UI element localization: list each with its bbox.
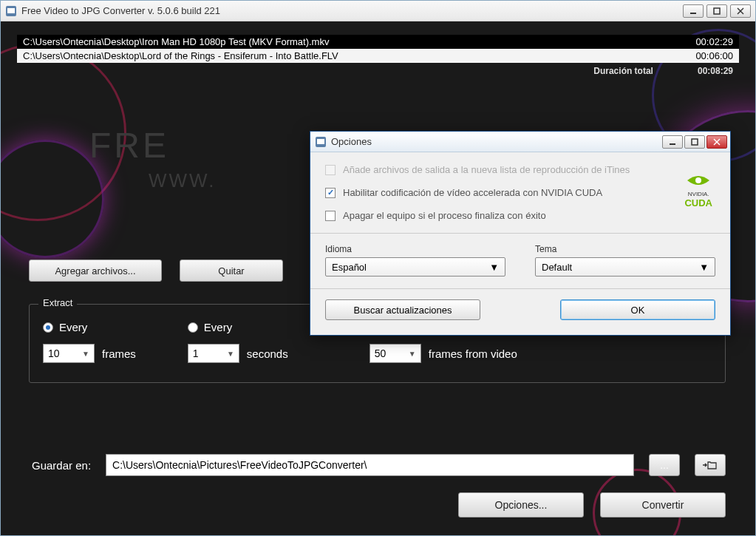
options-dialog: Opciones Añade archivos de salida a la n… bbox=[310, 131, 731, 336]
check-updates-button[interactable]: Buscar actualizaciones bbox=[325, 299, 480, 320]
open-folder-button[interactable] bbox=[695, 454, 726, 476]
dialog-title: Opciones bbox=[331, 136, 662, 147]
itunes-checkbox bbox=[325, 165, 336, 175]
file-path: C:\Users\Ontecnia\Desktop\Iron Man HD 10… bbox=[23, 36, 329, 47]
svg-rect-1 bbox=[7, 8, 15, 13]
dialog-titlebar[interactable]: Opciones bbox=[310, 132, 730, 152]
main-window: Free Video to JPG Converter v. 5.0.6 bui… bbox=[0, 0, 756, 536]
language-label: Idioma bbox=[325, 244, 505, 254]
add-files-button[interactable]: Agregar archivos... bbox=[29, 259, 162, 282]
file-path: C:\Users\Ontecnia\Desktop\Lord of the Ri… bbox=[23, 50, 338, 61]
total-label: Duración total bbox=[593, 66, 653, 76]
seconds-combo[interactable]: 1▼ bbox=[188, 344, 239, 363]
dialog-minimize-button[interactable] bbox=[662, 135, 683, 149]
theme-combo[interactable]: Default▼ bbox=[535, 257, 715, 277]
bg-watermark: FRE bbox=[89, 125, 169, 166]
shutdown-label: Apagar el equipo si el proceso finaliza … bbox=[343, 210, 546, 221]
svg-rect-3 bbox=[714, 8, 720, 14]
itunes-label: Añade archivos de salida a la nueva list… bbox=[343, 164, 630, 175]
language-combo[interactable]: Español▼ bbox=[325, 257, 505, 277]
bg-watermark-sub: WWW. bbox=[149, 169, 216, 192]
file-list: C:\Users\Ontecnia\Desktop\Iron Man HD 10… bbox=[17, 35, 739, 79]
total-frames-unit: frames from video bbox=[429, 347, 517, 360]
main-titlebar[interactable]: Free Video to JPG Converter v. 5.0.6 bui… bbox=[1, 1, 755, 21]
svg-rect-7 bbox=[317, 139, 324, 144]
browse-button[interactable]: ... bbox=[649, 454, 680, 476]
dialog-close-button[interactable] bbox=[706, 135, 727, 149]
file-duration: 00:06:00 bbox=[695, 50, 733, 61]
extract-legend: Extract bbox=[38, 297, 77, 308]
total-duration-row: Duración total 00:08:29 bbox=[17, 63, 739, 79]
every-seconds-radio[interactable] bbox=[188, 322, 198, 333]
dialog-maximize-button[interactable] bbox=[684, 135, 705, 149]
dialog-icon bbox=[315, 136, 327, 148]
minimize-button[interactable] bbox=[683, 4, 704, 18]
ok-button[interactable]: OK bbox=[560, 299, 715, 320]
file-row[interactable]: C:\Users\Ontecnia\Desktop\Iron Man HD 10… bbox=[17, 35, 739, 49]
close-button[interactable] bbox=[730, 4, 751, 18]
app-icon bbox=[5, 5, 17, 17]
frames-combo[interactable]: 10▼ bbox=[43, 344, 95, 363]
window-title: Free Video to JPG Converter v. 5.0.6 bui… bbox=[21, 5, 683, 16]
svg-rect-9 bbox=[692, 139, 698, 145]
save-label: Guardar en: bbox=[32, 459, 91, 472]
svg-point-12 bbox=[695, 177, 701, 183]
remove-button[interactable]: Quitar bbox=[180, 259, 283, 282]
file-duration: 00:02:29 bbox=[695, 36, 733, 47]
options-button[interactable]: Opciones... bbox=[458, 492, 584, 518]
save-path-input[interactable]: C:\Users\Ontecnia\Pictures\FreeVideoToJP… bbox=[106, 454, 634, 476]
convert-button[interactable]: Convertir bbox=[600, 492, 726, 518]
frames-unit: frames bbox=[102, 347, 136, 360]
maximize-button[interactable] bbox=[706, 4, 727, 18]
total-frames-combo[interactable]: 50▼ bbox=[370, 344, 421, 363]
seconds-unit: seconds bbox=[247, 347, 288, 360]
file-row[interactable]: C:\Users\Ontecnia\Desktop\Lord of the Ri… bbox=[17, 49, 739, 63]
every-frames-radio[interactable] bbox=[43, 322, 53, 333]
shutdown-checkbox[interactable] bbox=[325, 211, 336, 221]
every-frames-label: Every bbox=[59, 321, 87, 333]
every-seconds-label: Every bbox=[204, 321, 232, 333]
total-value: 00:08:29 bbox=[698, 66, 733, 76]
cuda-logo: NVIDIA. CUDA bbox=[684, 173, 712, 208]
theme-label: Tema bbox=[535, 244, 715, 254]
cuda-checkbox[interactable] bbox=[325, 188, 336, 198]
cuda-label: Habilitar codificación de vídeo accelera… bbox=[343, 187, 602, 198]
